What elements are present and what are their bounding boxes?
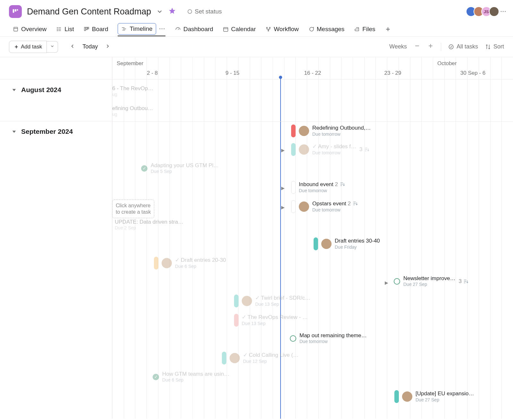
- task-due: Due tomorrow: [299, 188, 345, 193]
- task-row[interactable]: efining Outbou… ug: [112, 105, 153, 117]
- assignee-avatar[interactable]: [299, 126, 309, 136]
- task-due: Due tomorrow: [312, 150, 356, 156]
- today-marker-dot: [279, 76, 282, 79]
- svg-marker-32: [13, 89, 16, 91]
- task-row[interactable]: ✓ Adapting your US GTM Pl… Due 5 Sep: [141, 162, 219, 174]
- project-title[interactable]: Demand Gen Content Roadmap: [27, 7, 151, 17]
- tab-label: List: [64, 26, 74, 33]
- section-september[interactable]: September 2024: [0, 121, 112, 142]
- tab-messages[interactable]: Messages: [308, 22, 345, 36]
- svg-rect-19: [223, 27, 228, 31]
- add-tab-icon[interactable]: [385, 26, 391, 32]
- zoom-out-icon[interactable]: [414, 43, 420, 51]
- task-title: Adapting your US GTM Pl…: [151, 162, 219, 169]
- section-august[interactable]: August 2024: [0, 80, 112, 100]
- project-icon[interactable]: [9, 5, 22, 18]
- svg-rect-14: [88, 27, 89, 29]
- tab-label: Overview: [21, 26, 46, 33]
- tab-label: Files: [362, 26, 375, 33]
- zoom-in-icon[interactable]: [427, 43, 434, 51]
- task-title: Newsletter improve…: [403, 275, 456, 282]
- svg-point-6: [57, 27, 58, 28]
- task-color-chip: [154, 257, 158, 270]
- task-due: Due 27 Sep: [403, 282, 456, 287]
- task-row[interactable]: ✓Twirl brief - SDR/c… Due 13 Sep: [234, 295, 310, 307]
- assignee-avatar[interactable]: [321, 239, 332, 249]
- tab-files[interactable]: Files: [354, 22, 375, 36]
- tab-label: Timeline: [130, 25, 152, 32]
- assignee-avatar[interactable]: [299, 144, 309, 155]
- assignee-avatar[interactable]: [242, 296, 252, 306]
- tab-dashboard[interactable]: Dashboard: [175, 22, 213, 36]
- subtask-count: 3: [359, 146, 369, 153]
- expand-icon[interactable]: ▶: [281, 185, 285, 191]
- svg-rect-1: [15, 9, 16, 12]
- task-row[interactable]: Inbound event 2 Due tomorrow: [291, 181, 345, 194]
- tab-list[interactable]: List: [56, 22, 74, 36]
- assignee-avatar[interactable]: [162, 258, 172, 268]
- more-members-icon[interactable]: ···: [500, 9, 507, 14]
- task-row[interactable]: 6 - The RevOp… ug: [112, 85, 153, 97]
- expand-icon[interactable]: ▶: [281, 148, 285, 153]
- expand-icon[interactable]: ▶: [281, 205, 285, 210]
- task-row[interactable]: Draft entries 30-40 Due Friday: [314, 237, 380, 250]
- svg-point-10: [57, 30, 58, 31]
- task-row[interactable]: Opstars event 2 Due tomorrow: [291, 200, 358, 213]
- assignee-avatar[interactable]: [299, 201, 309, 212]
- set-status-label: Set status: [195, 8, 222, 15]
- zoom-level-label[interactable]: Weeks: [389, 43, 407, 50]
- next-period-button[interactable]: [103, 41, 113, 52]
- create-task-hint: Click anywhereto create a task: [112, 200, 154, 218]
- task-due: Due 5 Sep: [151, 169, 219, 174]
- add-task-button[interactable]: Add task: [9, 41, 47, 53]
- timeline-grid[interactable]: September October 2 - 8 9 - 15 16 - 22 2…: [112, 57, 513, 419]
- task-due: Due tomorrow: [312, 132, 371, 137]
- task-row[interactable]: [Update] EU expansio… Due 27 Sep: [394, 390, 474, 403]
- task-row[interactable]: UPDATE: Data driven stra… Due 2 Sep: [115, 219, 183, 230]
- task-due: Due tomorrow: [312, 207, 358, 213]
- add-task-dropdown[interactable]: [47, 41, 58, 53]
- task-row[interactable]: ✓The RevOps Review - … Due 13 Sep: [234, 314, 308, 327]
- assignee-avatar[interactable]: [230, 353, 240, 363]
- tab-board[interactable]: Board: [84, 22, 108, 36]
- complete-check-icon[interactable]: ✓: [153, 374, 159, 380]
- task-due: Due 2 Sep: [115, 225, 183, 230]
- expand-icon[interactable]: ▶: [385, 280, 388, 285]
- tab-label: Messages: [317, 26, 345, 33]
- project-members[interactable]: JS ···: [468, 6, 507, 17]
- add-task-label: Add task: [21, 44, 42, 50]
- set-status-button[interactable]: Set status: [188, 8, 222, 15]
- task-title: [Update] EU expansio…: [416, 390, 474, 397]
- task-color-chip: [394, 390, 399, 403]
- task-row[interactable]: Newsletter improve… Due 27 Sep 3: [394, 275, 469, 287]
- task-row[interactable]: ✓Amy - slides f… Due tomorrow 3: [291, 143, 370, 156]
- complete-check-icon[interactable]: ✓: [141, 165, 147, 172]
- prev-period-button[interactable]: [68, 41, 77, 52]
- tab-workflow[interactable]: Workflow: [265, 22, 299, 36]
- milestone-icon[interactable]: [392, 277, 401, 286]
- tab-calendar[interactable]: Calendar: [223, 22, 256, 36]
- today-button[interactable]: Today: [82, 43, 98, 50]
- tab-overview[interactable]: Overview: [13, 22, 46, 36]
- svg-rect-13: [86, 27, 87, 30]
- task-row[interactable]: Redefining Outbound,… Due tomorrow: [291, 124, 371, 137]
- tab-timeline[interactable]: Timeline: [118, 23, 156, 35]
- all-tasks-button[interactable]: All tasks: [448, 43, 478, 50]
- project-menu-chevron[interactable]: [156, 8, 163, 15]
- task-due: Due 27 Sep: [416, 397, 474, 403]
- task-row[interactable]: ✓Cold Calling Live (… Due 12 Sep: [222, 352, 299, 364]
- tab-options-icon[interactable]: ···: [159, 26, 165, 32]
- divider: [441, 43, 441, 51]
- task-due: Due Friday: [335, 244, 380, 250]
- member-avatar[interactable]: [489, 6, 499, 17]
- task-row[interactable]: Map out remaining theme… Due tomorrow: [290, 332, 367, 344]
- task-row[interactable]: ✓Draft entries 20-30 Due 6 Sep: [154, 257, 226, 270]
- favorite-star-icon[interactable]: [168, 7, 176, 16]
- task-title: ✓Amy - slides f…: [312, 143, 356, 150]
- milestone-icon[interactable]: [289, 334, 298, 343]
- assignee-avatar[interactable]: [402, 391, 412, 402]
- task-color-chip: [291, 143, 296, 156]
- task-row[interactable]: ✓ How GTM teams are usin… Due 6 Sep: [153, 371, 230, 383]
- sort-button[interactable]: Sort: [485, 43, 504, 50]
- task-due: ug: [112, 92, 153, 97]
